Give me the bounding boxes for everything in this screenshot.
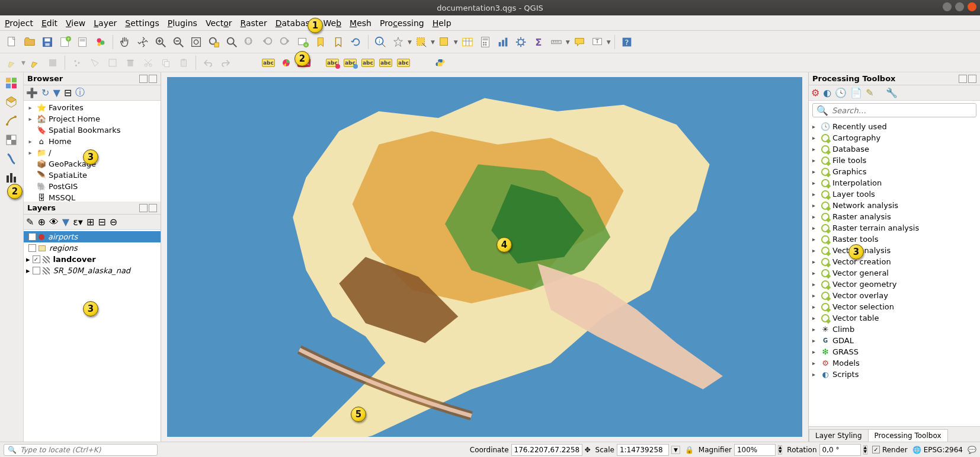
toolbox-item-file-tools[interactable]: ▸File tools <box>809 155 980 166</box>
toolbox-item-layer-tools[interactable]: ▸Layer tools <box>809 188 980 200</box>
crs-icon[interactable]: 🌐 <box>912 446 921 454</box>
close-button[interactable] <box>968 2 976 11</box>
zoom-next-button[interactable] <box>277 34 293 50</box>
toolbox-options-icon[interactable]: 🔧 <box>886 87 898 98</box>
coordinate-field[interactable] <box>511 444 582 456</box>
toolbox-item-raster-terrain-analysis[interactable]: ▸Raster terrain analysis <box>809 222 980 234</box>
toolbox-history-icon[interactable]: 🕓 <box>835 87 847 98</box>
toolbox-script-icon[interactable]: ◐ <box>823 87 831 98</box>
edits-button[interactable] <box>4 55 20 71</box>
toolbox-item-models[interactable]: ▸⚙Models <box>809 357 980 369</box>
save-edits-button[interactable] <box>44 55 61 71</box>
paste-button[interactable] <box>175 55 192 71</box>
menu-processing[interactable]: Processing <box>380 18 424 28</box>
label-move-button[interactable]: abc <box>360 55 376 71</box>
refresh-icon[interactable]: ↻ <box>41 87 49 98</box>
field-calculator-button[interactable] <box>477 34 494 50</box>
toolbox-tree[interactable]: ▸🕓Recently used▸Cartography▸Database▸Fil… <box>809 120 980 426</box>
properties-icon[interactable]: ⓘ <box>75 87 85 99</box>
pan-to-selection-button[interactable] <box>134 34 151 50</box>
layer-style-icon[interactable]: ✎ <box>26 216 34 228</box>
menu-layer[interactable]: Layer <box>94 18 117 28</box>
zoom-full-button[interactable] <box>188 34 204 50</box>
zoom-to-layer-button[interactable] <box>223 34 240 50</box>
add-vector-button[interactable] <box>4 114 20 129</box>
new-print-layout-button[interactable]: + <box>57 34 73 50</box>
locator-input[interactable] <box>20 446 153 454</box>
menu-vector[interactable]: Vector <box>206 18 232 28</box>
menu-mesh[interactable]: Mesh <box>350 18 371 28</box>
menu-plugins[interactable]: Plugins <box>168 18 197 28</box>
crs-label[interactable]: EPSG:2964 <box>924 446 963 454</box>
modify-attributes-button[interactable] <box>104 55 121 71</box>
layer-regions[interactable]: regions <box>24 242 161 254</box>
layer-expand-icon[interactable]: ⊞ <box>87 216 94 228</box>
layer-remove-icon[interactable]: ⊖ <box>110 216 117 228</box>
browser-item-favorites[interactable]: ▸⭐Favorites <box>24 102 161 113</box>
layer-expression-icon[interactable]: ε▾ <box>73 216 83 228</box>
toolbox-model-icon[interactable]: ⚙ <box>811 87 819 98</box>
menu-edit[interactable]: Edit <box>41 18 57 28</box>
add-layer-icon[interactable]: ➕ <box>26 87 38 98</box>
layers-undock-button[interactable] <box>139 204 148 212</box>
action-button[interactable] <box>390 34 406 50</box>
toolbox-item-vector-overlay[interactable]: ▸Vector overlay <box>809 290 980 301</box>
rotation-down[interactable]: ▼ <box>864 450 867 454</box>
measure-button[interactable] <box>548 34 565 50</box>
layer-filter-icon[interactable]: ▼ <box>62 216 69 228</box>
magnifier-field[interactable] <box>734 444 776 456</box>
layer-checkbox[interactable]: ✓ <box>33 255 40 263</box>
toolbox-item-vector-table[interactable]: ▸Vector table <box>809 312 980 324</box>
copy-button[interactable] <box>158 55 174 71</box>
menu-settings[interactable]: Settings <box>125 18 159 28</box>
toolbox-item-vector-selection[interactable]: ▸Vector selection <box>809 301 980 312</box>
layers-close-button[interactable] <box>149 204 157 212</box>
add-delimited-button[interactable] <box>4 152 20 167</box>
toolbox-results-icon[interactable]: 📄 <box>850 87 862 98</box>
layers-tree[interactable]: airportsregions▸✓landcover▸SR_50M_alaska… <box>24 230 161 442</box>
help-button[interactable]: ? <box>619 34 635 50</box>
map-canvas[interactable] <box>167 77 802 437</box>
identify-button[interactable]: i <box>372 34 389 50</box>
layer-add-group-icon[interactable]: ⊕ <box>37 216 45 228</box>
layer-sr-50m-alaska-nad[interactable]: ▸SR_50M_alaska_nad <box>24 265 161 276</box>
toolbox-item-vector-creation[interactable]: ▸Vector creation <box>809 256 980 267</box>
toolbox-item-cartography[interactable]: ▸Cartography <box>809 132 980 143</box>
toolbox-item-recently-used[interactable]: ▸🕓Recently used <box>809 121 980 132</box>
toolbox-item-graphics[interactable]: ▸Graphics <box>809 166 980 177</box>
label-diagram-button[interactable] <box>278 55 294 71</box>
save-project-button[interactable] <box>39 34 56 50</box>
toolbox-item-database[interactable]: ▸Database <box>809 143 980 155</box>
new-geopackage-button[interactable] <box>4 95 20 110</box>
menu-raster[interactable]: Raster <box>241 18 267 28</box>
vertex-tool-button[interactable] <box>87 55 103 71</box>
toolbox-edit-icon[interactable]: ✎ <box>866 87 873 98</box>
toolbox-close-button[interactable] <box>968 75 976 83</box>
coordinate-toggle-icon[interactable]: ✥ <box>585 446 591 454</box>
toolbox-item-vector-geometry[interactable]: ▸Vector geometry <box>809 279 980 290</box>
select-features-button[interactable] <box>413 34 430 50</box>
show-bookmarks-button[interactable] <box>330 34 347 50</box>
label-pin-button[interactable]: abc <box>324 55 341 71</box>
statistics-button[interactable] <box>495 34 511 50</box>
toolbox-item-vector-general[interactable]: ▸Vector general <box>809 267 980 279</box>
toolbox-item-grass[interactable]: ▸❇GRASS <box>809 346 980 357</box>
zoom-last-button[interactable] <box>259 34 276 50</box>
magnifier-down[interactable]: ▼ <box>779 450 782 454</box>
lock-icon[interactable]: 🔒 <box>685 446 694 454</box>
scale-dropdown-icon[interactable]: ▼ <box>671 446 680 454</box>
menu-help[interactable]: Help <box>433 18 451 28</box>
pan-button[interactable] <box>117 34 133 50</box>
layout-manager-button[interactable] <box>75 34 91 50</box>
open-project-button[interactable] <box>21 34 38 50</box>
filter-icon[interactable]: ▼ <box>53 87 60 98</box>
label-change-button[interactable]: abc <box>395 55 412 71</box>
toolbox-item-interpolation[interactable]: ▸Interpolation <box>809 177 980 188</box>
processing-toolbox-button[interactable] <box>513 34 529 50</box>
new-map-view-button[interactable]: + <box>294 34 311 50</box>
label-rotate-button[interactable]: abc <box>377 55 394 71</box>
add-raster-button[interactable] <box>4 133 20 148</box>
browser-undock-button[interactable] <box>139 75 148 83</box>
layer-collapse-icon[interactable]: ⊟ <box>98 216 105 228</box>
browser-item-spatial-bookmarks[interactable]: 🔖Spatial Bookmarks <box>24 124 161 136</box>
